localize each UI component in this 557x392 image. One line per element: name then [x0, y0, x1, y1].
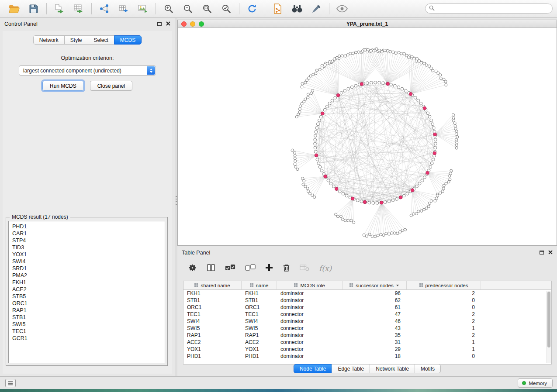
add-column-icon[interactable]: [265, 264, 273, 273]
table-row[interactable]: YOX1YOX1connector291: [183, 346, 551, 353]
table-row[interactable]: ACE2ACE2connector311: [183, 339, 551, 346]
tab-network[interactable]: Network: [33, 35, 65, 45]
column-header-shared-name[interactable]: shared name: [183, 281, 242, 289]
delete-column-icon[interactable]: [283, 264, 290, 274]
table-panel-tabs: Node TableEdge TableNetwork TableMotifs: [294, 364, 441, 373]
result-item[interactable]: YOX1: [12, 251, 161, 258]
table-row[interactable]: SWI4SWI4dominator462: [183, 318, 551, 325]
memory-button-label: Memory: [529, 381, 547, 386]
result-item[interactable]: STB5: [12, 293, 161, 300]
node-table: shared namenameMCDS rolesuccessor nodesp…: [183, 281, 552, 364]
result-item[interactable]: PHD1: [12, 223, 161, 230]
window-minimize-button[interactable]: [190, 21, 195, 27]
zoom-in-icon[interactable]: [162, 2, 175, 15]
result-item[interactable]: STP4: [12, 237, 161, 244]
control-panel-title: Control Panel: [4, 21, 38, 27]
tab-motifs[interactable]: Motifs: [415, 364, 441, 373]
table-row[interactable]: RAP1RAP1dominator352: [183, 332, 551, 339]
table-row[interactable]: SWI5SWI5connector431: [183, 325, 551, 332]
tab-select[interactable]: Select: [88, 35, 114, 45]
search-network-icon[interactable]: [291, 2, 304, 15]
export-group: [94, 2, 153, 15]
dropdown-stepper-icon: [147, 66, 155, 75]
deselect-all-rows-icon[interactable]: [245, 264, 256, 273]
refresh-group: [242, 2, 262, 15]
show-columns-icon[interactable]: [207, 263, 215, 274]
export-image-icon[interactable]: [136, 2, 149, 15]
search-icon: [429, 5, 435, 13]
table-settings-gear-icon[interactable]: [188, 263, 197, 274]
result-item[interactable]: ORC1: [12, 300, 161, 307]
export-table-icon[interactable]: [117, 2, 130, 15]
node-table-header: shared namenameMCDS rolesuccessor nodesp…: [183, 281, 551, 290]
result-item[interactable]: SRD1: [12, 265, 161, 272]
refresh-layout-icon[interactable]: [246, 2, 259, 15]
result-item[interactable]: TEC1: [12, 328, 161, 335]
memory-button[interactable]: Memory: [518, 378, 553, 388]
global-search: [425, 3, 553, 14]
network-canvas[interactable]: [178, 28, 557, 245]
open-folder-icon[interactable]: [8, 2, 21, 15]
view-group: [332, 2, 352, 15]
tab-mcds[interactable]: MCDS: [114, 35, 142, 45]
memory-status-dot: [522, 381, 526, 385]
column-header-successor-nodes[interactable]: successor nodes: [343, 281, 407, 289]
result-item[interactable]: RAP1: [12, 307, 161, 314]
tab-node-table[interactable]: Node Table: [294, 364, 332, 373]
paint-style-icon[interactable]: [310, 2, 323, 15]
result-item[interactable]: ACE2: [12, 286, 161, 293]
result-item[interactable]: STB1: [12, 314, 161, 321]
float-window-icon[interactable]: [157, 21, 162, 27]
optimization-criterion-label: Optimization criterion:: [3, 55, 172, 61]
desktop-wallpaper-strip: [0, 389, 557, 392]
select-all-rows-icon[interactable]: [225, 264, 235, 273]
result-item[interactable]: CAR1: [12, 230, 161, 237]
export-network-icon[interactable]: [98, 2, 111, 15]
float-table-panel-icon[interactable]: [540, 250, 544, 256]
zoom-fit-icon[interactable]: [201, 2, 214, 15]
window-close-button[interactable]: [181, 21, 187, 27]
close-panel-button[interactable]: Close panel: [90, 81, 132, 91]
import-group: [49, 2, 89, 15]
window-maximize-button[interactable]: [199, 21, 204, 27]
column-header-name[interactable]: name: [242, 281, 277, 289]
result-item[interactable]: FKH1: [12, 279, 161, 286]
save-icon[interactable]: [27, 2, 40, 15]
column-header-MCDS-role[interactable]: MCDS role: [277, 281, 343, 289]
result-item[interactable]: PMA2: [12, 272, 161, 279]
result-item[interactable]: TID3: [12, 244, 161, 251]
table-row[interactable]: ORC1ORC1dominator610: [183, 304, 551, 311]
table-row[interactable]: PHD1PHD1dominator180: [183, 353, 551, 360]
table-row[interactable]: FKH1FKH1dominator962: [183, 290, 551, 297]
table-scrollbar-thumb[interactable]: [547, 292, 550, 347]
run-mcds-button[interactable]: Run MCDS: [42, 81, 84, 91]
optimization-criterion-value: largest connected component (undirected): [23, 68, 121, 74]
result-item[interactable]: SWI5: [12, 321, 161, 328]
main-toolbar: [0, 0, 557, 17]
tab-edge-table[interactable]: Edge Table: [332, 364, 370, 373]
table-row[interactable]: STB1STB1dominator620: [183, 297, 551, 304]
column-header-predecessor-nodes[interactable]: predecessor nodes: [407, 281, 481, 289]
close-table-panel-icon[interactable]: [548, 250, 553, 256]
zoom-out-icon[interactable]: [181, 2, 194, 15]
search-input[interactable]: [437, 6, 549, 12]
result-item[interactable]: GCR1: [12, 335, 161, 342]
status-menu-icon[interactable]: [5, 379, 16, 387]
optimization-criterion-select[interactable]: largest connected component (undirected): [19, 65, 156, 76]
import-table-from-file-icon[interactable]: [72, 2, 85, 15]
status-bar: Memory: [0, 376, 557, 389]
result-item[interactable]: SWI4: [12, 258, 161, 265]
zoom-selected-icon[interactable]: [220, 2, 233, 15]
tools-group: [268, 2, 326, 15]
function-builder-icon: f(x): [319, 264, 332, 273]
toggle-graphics-details-icon[interactable]: [336, 2, 349, 15]
tab-network-table[interactable]: Network Table: [370, 364, 415, 373]
table-panel-title: Table Panel: [182, 250, 210, 256]
share-document-icon[interactable]: [271, 2, 284, 15]
tab-style[interactable]: Style: [64, 35, 88, 45]
import-network-from-file-icon[interactable]: [53, 2, 66, 15]
table-scrollbar[interactable]: [547, 291, 551, 363]
close-panel-icon[interactable]: [166, 21, 170, 27]
table-panel: Table Panel: [177, 247, 557, 376]
table-row[interactable]: TEC1TEC1connector472: [183, 311, 551, 318]
